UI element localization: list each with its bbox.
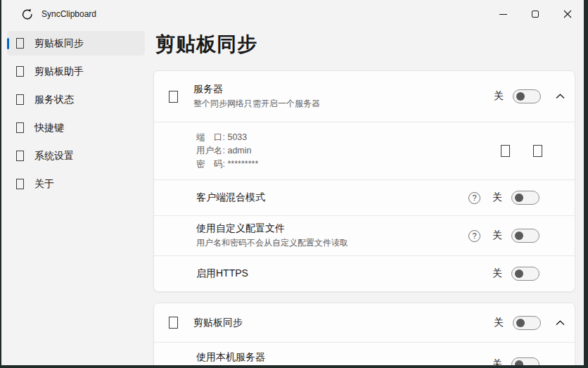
server-collapse-button[interactable]: [556, 94, 565, 99]
server-toggle[interactable]: [513, 89, 541, 103]
clipboard-sync-card-title: 剪贴板同步: [193, 317, 494, 329]
toggle-state-label: 关: [492, 358, 502, 366]
page-title: 剪贴板同步: [155, 31, 575, 58]
sidebar-item-system-settings[interactable]: 系统设置: [7, 144, 145, 168]
sidebar-item-about[interactable]: 关于: [7, 172, 145, 196]
clipboard-sync-icon: [169, 317, 178, 329]
toggle-knob: [515, 269, 523, 278]
selection-accent-bar: [7, 38, 9, 49]
sidebar-item-label: 快捷键: [34, 122, 64, 134]
toggle-state-label: 关: [492, 267, 502, 280]
password-value: *********: [227, 159, 258, 169]
server-port-line: 端 口: 5033: [196, 131, 478, 144]
help-icon[interactable]: ?: [468, 192, 480, 204]
toggle-knob: [515, 360, 523, 366]
app-title: SyncClipboard: [41, 9, 96, 19]
toggle-knob: [516, 92, 525, 101]
enable-https-row: 启用HTTPS 关: [154, 255, 575, 291]
toggle-state-label: 关: [492, 229, 502, 242]
clipboard-sync-icon: [16, 38, 24, 49]
enable-https-label: 启用HTTPS: [196, 267, 492, 280]
chevron-up-icon: [556, 320, 565, 326]
custom-config-toggle[interactable]: [511, 229, 539, 243]
missing-glyph-icon: [533, 145, 542, 157]
server-card-header: 服务器 整个同步网络只需开启一个服务器 关: [154, 71, 575, 122]
local-server-toggle[interactable]: [511, 357, 539, 366]
enable-https-toggle[interactable]: [511, 267, 539, 281]
clipboard-sync-toggle[interactable]: [513, 316, 541, 330]
toggle-knob: [516, 319, 525, 327]
sidebar-item-clipboard-sync[interactable]: 剪贴板同步: [7, 31, 145, 56]
sidebar: 剪贴板同步 剪贴板助手 服务状态 快捷键 系统设置: [1, 28, 153, 365]
sidebar-item-label: 关于: [34, 178, 54, 191]
clipboard-sync-toggle-state-label: 关: [494, 317, 504, 329]
server-info-panel: 端 口: 5033 用户名: admin 密 码: *********: [154, 122, 575, 179]
server-card-subtitle: 整个同步网络只需开启一个服务器: [193, 98, 494, 110]
port-value: 5033: [227, 132, 247, 142]
clipboard-sync-collapse-button[interactable]: [556, 320, 565, 326]
password-label: 密 码:: [196, 159, 225, 169]
username-value: admin: [227, 146, 251, 156]
help-icon[interactable]: ?: [468, 230, 480, 242]
app-logo-sync-icon: [21, 8, 34, 20]
minimize-icon: [499, 14, 507, 15]
close-icon: [563, 10, 572, 18]
sidebar-item-label: 剪贴板同步: [34, 37, 84, 50]
window-controls: [487, 0, 584, 28]
sidebar-item-hotkeys[interactable]: 快捷键: [7, 115, 145, 140]
sidebar-item-service-status[interactable]: 服务状态: [7, 87, 145, 112]
server-card: 服务器 整个同步网络只需开启一个服务器 关 端 口: 5033 用户名: [153, 70, 575, 292]
sidebar-item-label: 服务状态: [34, 94, 74, 106]
clipboard-assistant-icon: [16, 66, 24, 77]
client-mix-mode-toggle[interactable]: [511, 191, 539, 205]
custom-config-row: 使用自定义配置文件 用户名和密码不会从自定义配置文件读取 ? 关: [154, 215, 575, 255]
service-status-icon: [16, 94, 24, 105]
minimize-button[interactable]: [487, 0, 519, 28]
sidebar-item-label: 剪贴板助手: [34, 65, 84, 78]
copy-server-info-button[interactable]: [501, 145, 510, 157]
server-password-line: 密 码: *********: [196, 158, 478, 171]
server-card-title: 服务器: [193, 83, 494, 96]
custom-config-subtitle: 用户名和密码不会从自定义配置文件读取: [196, 237, 468, 249]
port-label: 端 口:: [196, 132, 225, 142]
clipboard-sync-card: 剪贴板同步 关 使用本机服务器 本机服务器开启时，可免配置直接连接: [153, 303, 575, 365]
local-server-label: 使用本机服务器: [196, 351, 492, 364]
missing-glyph-icon: [501, 145, 510, 157]
custom-config-label: 使用自定义配置文件: [196, 222, 468, 235]
toggle-knob: [515, 231, 523, 240]
server-toggle-state-label: 关: [494, 90, 504, 103]
toggle-knob: [515, 193, 523, 202]
local-server-row: 使用本机服务器 本机服务器开启时，可免配置直接连接 关: [154, 342, 575, 365]
sidebar-item-clipboard-assistant[interactable]: 剪贴板助手: [7, 59, 145, 84]
edit-server-info-button[interactable]: [533, 145, 542, 157]
clipboard-sync-card-header: 剪贴板同步 关: [154, 303, 575, 342]
close-button[interactable]: [551, 0, 584, 28]
chevron-up-icon: [556, 94, 565, 99]
client-mix-mode-label: 客户端混合模式: [196, 191, 468, 204]
system-settings-icon: [16, 151, 24, 161]
main-content: 剪贴板同步 服务器 整个同步网络只需开启一个服务器 关: [153, 28, 584, 365]
maximize-icon: [532, 11, 539, 18]
hotkeys-icon: [16, 122, 24, 133]
username-label: 用户名:: [196, 146, 225, 156]
server-info-lines: 端 口: 5033 用户名: admin 密 码: *********: [196, 131, 478, 171]
server-username-line: 用户名: admin: [196, 144, 478, 158]
app-window: SyncClipboard 剪贴板同步 剪贴板助手: [1, 0, 584, 365]
toggle-state-label: 关: [492, 191, 502, 204]
titlebar: SyncClipboard: [1, 0, 584, 28]
sidebar-item-label: 系统设置: [34, 150, 74, 163]
client-mix-mode-row: 客户端混合模式 ? 关: [154, 179, 575, 215]
maximize-button[interactable]: [519, 0, 551, 28]
server-icon: [169, 91, 178, 103]
about-icon: [16, 179, 24, 189]
